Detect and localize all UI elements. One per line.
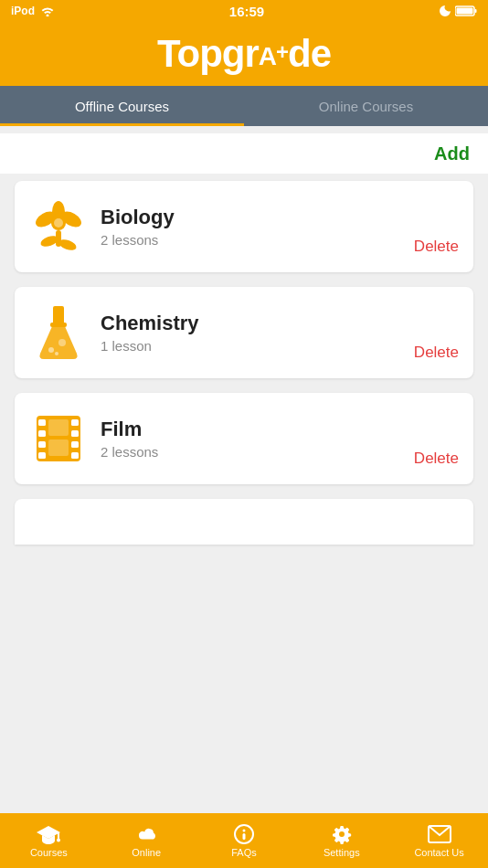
svg-point-33 [339, 831, 345, 837]
biology-lessons: 2 lessons [101, 232, 459, 248]
film-icon [29, 409, 88, 468]
wifi-icon [40, 5, 55, 16]
course-tabs: Offline Courses Online Courses [0, 86, 488, 126]
delete-film-button[interactable]: Delete [414, 450, 459, 468]
film-info: Film 2 lessons [101, 418, 459, 460]
svg-rect-2 [475, 9, 477, 13]
biology-icon [29, 197, 88, 256]
faqs-nav-label: FAQs [231, 847, 257, 858]
chemistry-lessons: 1 lesson [101, 338, 459, 354]
gear-icon [331, 823, 353, 845]
svg-rect-15 [50, 323, 67, 327]
settings-nav-icon [330, 824, 354, 844]
svg-point-13 [58, 339, 66, 346]
svg-marker-27 [37, 826, 60, 839]
svg-rect-21 [71, 419, 79, 426]
app-logo: TopgrA+de [157, 32, 331, 76]
settings-nav-label: Settings [324, 847, 360, 858]
tab-offline-courses[interactable]: Offline Courses [0, 86, 244, 126]
film-lessons: 2 lessons [101, 444, 459, 460]
course-card-chemistry[interactable]: Chemistry 1 lesson Delete [15, 287, 473, 378]
svg-point-29 [57, 838, 60, 842]
add-row: Add [0, 133, 488, 174]
courses-nav-icon [37, 824, 60, 844]
nav-item-online[interactable]: Online [98, 824, 196, 858]
status-bar: iPod 16:59 [0, 0, 488, 22]
moon-icon [439, 5, 451, 17]
svg-rect-17 [38, 419, 46, 426]
filmstrip-icon [33, 412, 84, 465]
info-circle-icon [234, 824, 254, 844]
biology-info: Biology 2 lessons [101, 206, 459, 248]
mail-icon [428, 825, 451, 843]
graduation-cap-icon [37, 824, 60, 844]
battery-icon [455, 5, 477, 16]
cloud-icon [134, 825, 158, 843]
add-button[interactable]: Add [434, 143, 470, 164]
time-label: 16:59 [229, 4, 264, 19]
svg-point-12 [48, 347, 54, 353]
status-bar-right [439, 5, 477, 17]
delete-biology-button[interactable]: Delete [414, 238, 459, 256]
courses-nav-label: Courses [30, 847, 68, 858]
flask-icon [35, 304, 82, 361]
svg-rect-1 [457, 8, 473, 15]
svg-point-7 [54, 218, 63, 228]
app-header: TopgrA+de [0, 22, 488, 86]
svg-point-31 [242, 829, 245, 831]
carrier-label: iPod [11, 5, 35, 17]
course-card-biology[interactable]: Biology 2 lessons Delete [15, 181, 473, 272]
online-nav-icon [134, 824, 158, 844]
flower-icon [33, 199, 84, 254]
svg-rect-19 [38, 441, 46, 448]
svg-rect-20 [38, 452, 46, 459]
svg-point-14 [55, 352, 58, 355]
tab-online-courses[interactable]: Online Courses [244, 86, 488, 126]
svg-rect-26 [48, 439, 69, 456]
svg-rect-18 [38, 430, 46, 437]
status-bar-left: iPod [11, 5, 55, 17]
course-card-film[interactable]: Film 2 lessons Delete [15, 393, 473, 484]
nav-item-faqs[interactable]: FAQs [196, 824, 293, 858]
svg-rect-25 [48, 419, 69, 436]
faqs-nav-icon [232, 824, 256, 844]
chemistry-name: Chemistry [101, 312, 459, 335]
biology-name: Biology [101, 206, 459, 229]
contact-nav-label: Contact Us [414, 847, 463, 858]
chemistry-info: Chemistry 1 lesson [101, 312, 459, 354]
nav-item-settings[interactable]: Settings [292, 824, 390, 858]
nav-item-courses[interactable]: Courses [0, 824, 98, 858]
content-area: Add Biology 2 lessons Delete [0, 126, 488, 813]
delete-chemistry-button[interactable]: Delete [414, 344, 459, 362]
bottom-nav: Courses Online FAQs Settings [0, 813, 488, 868]
svg-rect-24 [71, 452, 79, 459]
svg-rect-32 [242, 833, 245, 840]
svg-rect-11 [53, 306, 64, 324]
svg-rect-22 [71, 430, 79, 437]
nav-item-contact[interactable]: Contact Us [390, 824, 488, 858]
contact-nav-icon [428, 824, 451, 844]
chemistry-icon [29, 303, 88, 362]
online-nav-label: Online [132, 847, 161, 858]
svg-rect-23 [71, 441, 79, 448]
film-name: Film [101, 418, 459, 441]
partial-course-card [15, 499, 473, 545]
